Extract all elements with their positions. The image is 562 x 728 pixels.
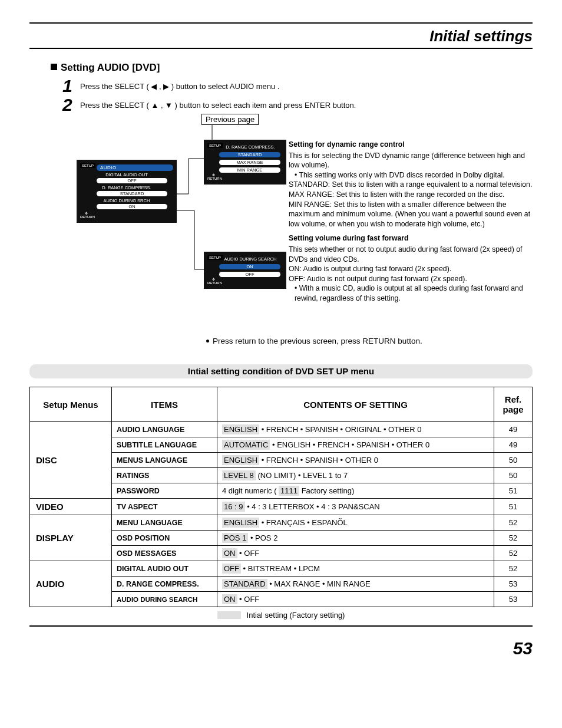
previous-page-label: Previous page	[201, 114, 259, 125]
page-cell: 50	[494, 453, 533, 468]
legend: Intial setting (Factory setting)	[29, 611, 533, 620]
joystick-icon: ✥RETURN	[207, 173, 219, 181]
group-video: VIDEO	[30, 499, 112, 515]
item-cell: AUDIO DURING SEARCH	[112, 592, 217, 607]
item-cell: TV ASPECT	[112, 499, 217, 515]
explain-option-off: OFF: Audio is not output during fast for…	[289, 274, 533, 284]
explain-option-minrange: MIN RANGE: Set this to listen with a sma…	[289, 200, 533, 229]
group-disc: DISC	[30, 422, 112, 499]
step-number-1: 1	[62, 77, 80, 95]
explain-option-on: ON: Audio is output during fast forward …	[289, 264, 533, 274]
contents-cell: STANDARD • MAX RANGE • MIN RANGE	[217, 577, 494, 592]
item-cell: PASSWORD	[112, 483, 217, 499]
explain-heading: Setting for dynamic range control	[289, 140, 533, 150]
page-cell: 52	[494, 546, 533, 561]
item-cell: SUBTITLE LANGUAGE	[112, 437, 217, 453]
page-cell: 51	[494, 483, 533, 499]
page-cell: 52	[494, 515, 533, 531]
explain-option-maxrange: MAX RANGE: Set this to listen with the r…	[289, 190, 533, 200]
table-row: DISPLAY MENU LANGUAGE ENGLISH • FRANÇAIS…	[30, 515, 533, 531]
item-cell: D. RANGE COMPRESS.	[112, 577, 217, 592]
page-cell: 52	[494, 561, 533, 577]
joystick-icon: ✥RETURN	[207, 277, 219, 285]
page-cell: 49	[494, 422, 533, 437]
th-ref-page: Ref. page	[494, 387, 533, 422]
contents-cell: ENGLISH • FRENCH • SPANISH • OTHER 0	[217, 453, 494, 468]
page-title: Initial settings	[29, 27, 533, 45]
osd-row-label: D. RANGE COMPRESS.	[80, 185, 173, 190]
th-contents: CONTENTS OF SETTING	[217, 387, 494, 422]
bullet-icon	[206, 340, 209, 342]
table-row: DISC AUDIO LANGUAGE ENGLISH • FRENCH • S…	[30, 422, 533, 437]
contents-cell: ON • OFF	[217, 546, 494, 561]
explain-bullet: • With a music CD, audio is output at al…	[289, 284, 533, 303]
osd-audiosearch-submenu: SETUP AUDIO DURING SEARCH ON OFF ✥RETURN	[204, 252, 286, 289]
table-row: AUDIO DIGITAL AUDIO OUT OFF • BITSTREAM …	[30, 561, 533, 577]
item-cell: OSD MESSAGES	[112, 546, 217, 561]
setup-label: SETUP	[80, 163, 95, 168]
osd-submenu-title: D. RANGE COMPRESS.	[218, 144, 283, 150]
settings-table: Setup Menus ITEMS CONTENTS OF SETTING Re…	[29, 387, 533, 607]
joystick-icon: ✥RETURN	[80, 211, 92, 219]
item-cell: AUDIO LANGUAGE	[112, 422, 217, 437]
osd-row-value: OFF	[97, 178, 167, 183]
th-items: ITEMS	[112, 387, 217, 422]
diagram-area: Previous page SETUP AUDIO DIGITAL AUDIO …	[29, 117, 533, 324]
item-cell: MENU LANGUAGE	[112, 515, 217, 531]
explain-audiosearch: Setting volume during fast forward This …	[289, 233, 533, 303]
page-cell: 50	[494, 468, 533, 483]
page-number: 53	[513, 636, 533, 658]
osd-row-label: DIGITAL AUDIO OUT	[80, 172, 173, 177]
step-2-text: Press the SELECT ( ▲ , ▼ ) button to sel…	[80, 96, 356, 110]
setup-label: SETUP	[207, 143, 223, 148]
legend-swatch-icon	[217, 611, 241, 619]
osd-drange-submenu: SETUP D. RANGE COMPRESS. STANDARD MAX RA…	[204, 140, 286, 185]
setup-label: SETUP	[207, 255, 223, 260]
step-number-2: 2	[62, 96, 80, 114]
contents-cell: POS 1 • POS 2	[217, 531, 494, 546]
item-cell: MENUS LANGUAGE	[112, 453, 217, 468]
group-display: DISPLAY	[30, 515, 112, 561]
page-cell: 51	[494, 499, 533, 515]
osd-row-value: STANDARD	[97, 191, 167, 196]
section-heading: Setting AUDIO [DVD]	[51, 62, 533, 74]
osd-row-value: ON	[97, 204, 167, 209]
page-cell: 49	[494, 437, 533, 453]
step-1: 1 Press the SELECT ( ◀ , ▶ ) button to s…	[62, 77, 533, 95]
th-setup-menus: Setup Menus	[30, 387, 112, 422]
osd-submenu-title: AUDIO DURING SEARCH	[218, 256, 283, 262]
page-cell: 53	[494, 592, 533, 607]
osd-option-selected: STANDARD	[219, 152, 280, 157]
return-note: Press return to the previous screen, pre…	[206, 337, 533, 345]
item-cell: DIGITAL AUDIO OUT	[112, 561, 217, 577]
contents-cell: OFF • BITSTREAM • LPCM	[217, 561, 494, 577]
page-cell: 53	[494, 577, 533, 592]
step-2: 2 Press the SELECT ( ▲ , ▼ ) button to s…	[62, 96, 533, 114]
osd-option-selected: ON	[219, 264, 280, 269]
explain-bullet: • This setting works only with DVD discs…	[289, 170, 533, 180]
page-cell: 52	[494, 531, 533, 546]
osd-main-menu: SETUP AUDIO DIGITAL AUDIO OUT OFF D. RAN…	[77, 160, 177, 223]
explain-option-standard: STANDARD: Set this to listen with a rang…	[289, 180, 533, 190]
step-1-text: Press the SELECT ( ◀ , ▶ ) button to sel…	[80, 77, 279, 91]
explain-heading: Setting volume during fast forward	[289, 233, 533, 243]
osd-option: MAX RANGE	[219, 160, 280, 165]
contents-cell: AUTOMATIC • ENGLISH • FRENCH • SPANISH •…	[217, 437, 494, 453]
osd-header-audio: AUDIO	[97, 164, 173, 171]
osd-option: MIN RANGE	[219, 167, 280, 173]
explain-paragraph: This sets whether or not to output audio…	[289, 245, 533, 264]
square-bullet-icon	[51, 64, 57, 70]
subtitle-bar: Intial setting condition of DVD SET UP m…	[29, 364, 533, 378]
contents-cell: ENGLISH • FRANÇAIS • ESPANÕL	[217, 515, 494, 531]
contents-cell: ENGLISH • FRENCH • SPANISH • ORIGINAL • …	[217, 422, 494, 437]
contents-cell: 16 : 9 • 4 : 3 LETTERBOX • 4 : 3 PAN&SCA…	[217, 499, 494, 515]
contents-cell: ON • OFF	[217, 592, 494, 607]
table-row: VIDEO TV ASPECT 16 : 9 • 4 : 3 LETTERBOX…	[30, 499, 533, 515]
explain-drange: Setting for dynamic range control This i…	[289, 140, 533, 229]
item-cell: RATINGS	[112, 468, 217, 483]
item-cell: OSD POSITION	[112, 531, 217, 546]
explain-paragraph: This is for selecting the DVD dynamic ra…	[289, 151, 533, 170]
contents-cell: 4 digit numeric ( 1111 Factory setting)	[217, 483, 494, 499]
osd-row-label: AUDIO DURING SRCH	[80, 198, 173, 203]
osd-option: OFF	[219, 272, 280, 277]
